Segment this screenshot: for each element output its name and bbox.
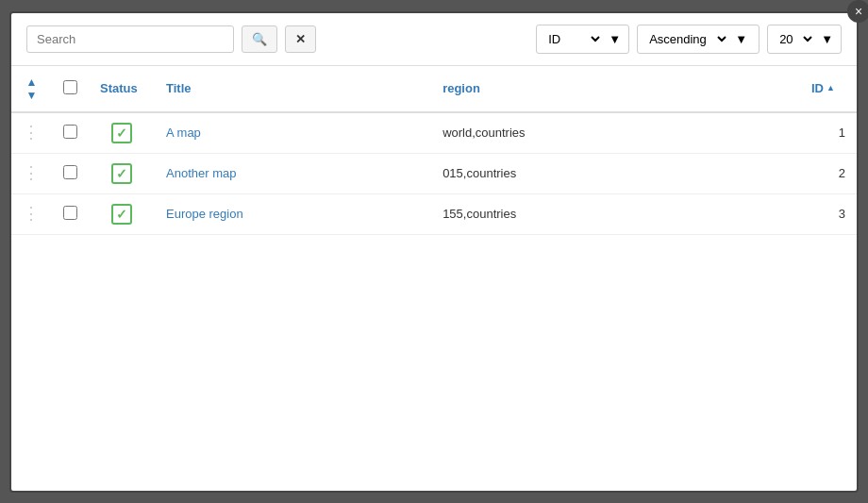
- sort-field-select[interactable]: ID Title Status Region: [544, 31, 603, 47]
- data-table: ▲▼ Status Title region: [11, 66, 857, 235]
- drag-dots-icon: ⋮: [23, 205, 41, 222]
- sort-field-select-wrapper[interactable]: ID Title Status Region ▼: [536, 25, 629, 54]
- table-row: ⋮ ✓ Europe region 155,countries 3: [11, 193, 857, 234]
- modal-container: × 🔍 ✕ ID Title Status Region ▼ Ascending…: [9, 11, 859, 493]
- row-region-cell: 155,countries: [431, 193, 800, 234]
- col-region-header: region: [431, 66, 800, 112]
- sort-field-chevron-icon: ▼: [609, 32, 621, 46]
- row-id-cell: 1: [800, 112, 857, 154]
- row-title-cell[interactable]: Europe region: [155, 193, 431, 234]
- row-status-cell: ✓: [89, 153, 155, 193]
- row-checkbox-cell[interactable]: [52, 193, 89, 234]
- row-checkbox[interactable]: [63, 206, 77, 220]
- sort-order-select[interactable]: Ascending Descending: [645, 31, 729, 47]
- col-status-header: Status: [89, 66, 155, 112]
- row-checkbox[interactable]: [63, 165, 77, 179]
- drag-handle[interactable]: ⋮: [11, 193, 52, 234]
- row-checkbox-cell[interactable]: [52, 153, 89, 193]
- row-id-cell: 2: [800, 153, 857, 193]
- row-title-cell[interactable]: A map: [155, 112, 431, 154]
- table-header-row: ▲▼ Status Title region: [11, 66, 857, 112]
- row-checkbox[interactable]: [63, 125, 77, 139]
- drag-dots-icon: ⋮: [23, 124, 41, 141]
- row-checkbox-cell[interactable]: [52, 112, 89, 154]
- status-check-icon: ✓: [111, 204, 132, 225]
- title-link[interactable]: Another map: [166, 166, 236, 180]
- col-id-header[interactable]: ID ▲: [800, 66, 857, 112]
- select-all-checkbox[interactable]: [63, 80, 77, 94]
- page-size-select-wrapper[interactable]: 10 20 50 100 ▼: [767, 25, 842, 54]
- clear-icon: ✕: [295, 32, 306, 46]
- row-status-cell: ✓: [89, 112, 155, 154]
- close-button[interactable]: ×: [847, 0, 868, 23]
- toolbar: 🔍 ✕ ID Title Status Region ▼ Ascending D…: [11, 13, 857, 66]
- sort-order-chevron-icon: ▼: [735, 32, 747, 46]
- status-check-icon: ✓: [111, 163, 132, 184]
- sort-order-select-wrapper[interactable]: Ascending Descending ▼: [637, 25, 760, 54]
- col-title-header: Title: [155, 66, 431, 112]
- status-check-icon: ✓: [111, 123, 132, 143]
- row-region-cell: world,countries: [431, 112, 800, 154]
- sort-by-id-button[interactable]: ID ▲: [811, 81, 835, 95]
- reorder-icon[interactable]: ▲▼: [23, 75, 41, 102]
- row-id-cell: 3: [800, 193, 857, 234]
- col-drag-header: ▲▼: [11, 66, 52, 112]
- row-status-cell: ✓: [89, 193, 155, 234]
- col-check-header[interactable]: [52, 66, 89, 112]
- page-size-select[interactable]: 10 20 50 100: [776, 31, 815, 47]
- clear-button[interactable]: ✕: [285, 25, 316, 53]
- row-title-cell[interactable]: Another map: [155, 153, 431, 193]
- title-link[interactable]: A map: [166, 126, 201, 140]
- search-button[interactable]: 🔍: [242, 25, 277, 53]
- title-link[interactable]: Europe region: [166, 207, 243, 221]
- drag-dots-icon: ⋮: [23, 164, 41, 181]
- drag-handle[interactable]: ⋮: [11, 112, 52, 154]
- table-row: ⋮ ✓ A map world,countries 1: [11, 112, 857, 154]
- search-icon: 🔍: [252, 32, 267, 46]
- drag-handle[interactable]: ⋮: [11, 153, 52, 193]
- row-region-cell: 015,countries: [431, 153, 800, 193]
- table-row: ⋮ ✓ Another map 015,countries 2: [11, 153, 857, 193]
- page-size-chevron-icon: ▼: [821, 32, 833, 46]
- search-input[interactable]: [26, 25, 234, 53]
